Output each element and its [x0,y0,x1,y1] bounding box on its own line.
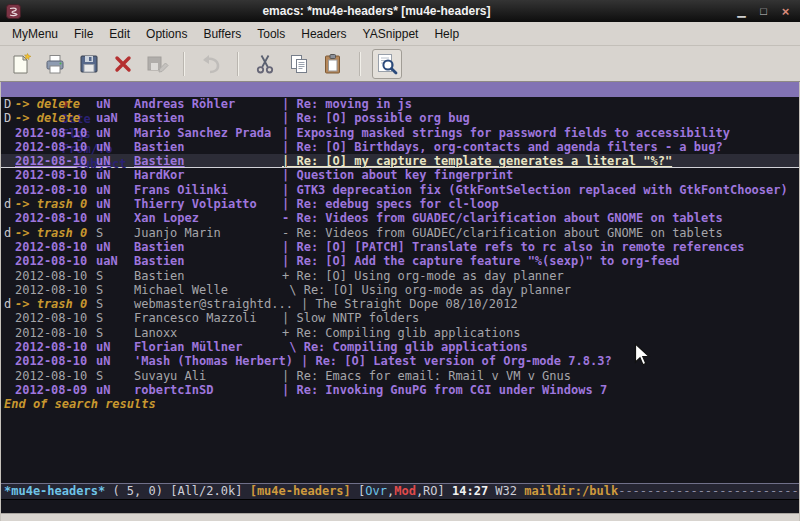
paste-icon [321,52,345,76]
message-subject: + Re: [O] Using org-mode as day planner [282,269,564,283]
message-flags: S [96,297,134,311]
save-button[interactable] [74,49,104,79]
message-flags: S [96,269,134,283]
window-controls: ▁ □ × [732,3,795,19]
modeline-segment-mod: Mod [394,484,416,498]
message-row[interactable]: 2012-08-10uNBastien| Re: [O] my capture … [1,154,799,168]
message-date: 2012-08-10 [15,168,96,182]
message-row[interactable]: d-> trash 0uNThierry Volpiatto| Re: edeb… [1,197,799,211]
window-title: emacs: *mu4e-headers* [mu4e-headers] [21,4,732,18]
minibuffer[interactable] [1,500,799,513]
undo-button [196,49,226,79]
title-bar: emacs: *mu4e-headers* [mu4e-headers] ▁ □… [0,0,800,22]
message-row[interactable]: 2012-08-10SFrancesco Mazzoli| Slow NNTP … [1,311,799,325]
message-mark: d [4,226,15,240]
message-flags: uN [96,354,134,368]
message-row[interactable]: d-> trash 0Swebmaster@straightd...| The … [1,297,799,311]
new-file-button[interactable] [6,49,36,79]
message-row[interactable]: 2012-08-10uN'Mash (Thomas Herbert)| Re: … [1,354,799,368]
message-row[interactable]: 2012-08-10uNXan Lopez- Re: Videos from G… [1,211,799,225]
menu-yasnippet[interactable]: YASnippet [355,23,427,45]
menu-mymenu[interactable]: MyMenu [4,23,66,45]
message-row[interactable]: 2012-08-10SBastien+ Re: [O] Using org-mo… [1,269,799,283]
message-from: webmaster@straightd... [134,297,301,311]
message-from: Bastien [134,140,282,154]
message-row[interactable]: 2012-08-10SMichael Welle \ Re: [O] Using… [1,283,799,297]
save-as-button [142,49,172,79]
maximize-button[interactable]: □ [754,3,773,19]
message-date: -> delete [15,97,96,111]
message-from: Suvayu Ali [134,369,282,383]
message-row[interactable]: 2012-08-10SLanoxx+ Re: Compiling glib ap… [1,326,799,340]
copy-button[interactable] [284,49,314,79]
message-subject: | Question about key fingerprint [282,168,513,182]
emacs-icon [6,4,21,19]
menu-tools[interactable]: Tools [249,23,293,45]
menu-headers[interactable]: Headers [293,23,354,45]
message-date: -> trash 0 [15,297,96,311]
message-subject: | Re: [O] Latest version of Org-mode 7.8… [301,354,612,368]
message-row[interactable]: D-> deleteuaNBastien| Re: [O] possible o… [1,111,799,125]
message-subject: | Re: [O] my capture template generates … [282,154,672,168]
message-date: -> delete [15,111,96,125]
message-flags: S [96,369,134,383]
message-from: Frans Oilinki [134,183,282,197]
message-from: Francesco Mazzoli [134,311,282,325]
modeline-segment-plain: ( 5, 0) [All/2.0k] [105,484,250,498]
modeline-segment-time: 14:27 [452,484,488,498]
message-subject: \ Re: [O] Using org-mode as day planner [282,283,571,297]
search-button[interactable] [372,49,402,79]
message-row[interactable]: 2012-08-10uNFrans Oilinki| GTK3 deprecat… [1,183,799,197]
message-row[interactable]: d-> trash 0SJuanjo Marin- Re: Videos fro… [1,226,799,240]
close-button[interactable]: × [776,3,795,19]
cut-icon [253,52,277,76]
message-from: 'Mash (Thomas Herbert) [134,354,301,368]
message-subject: | Re: Emacs for email: Rmail v VM v Gnus [282,369,571,383]
message-subject: + Re: Compiling glib applications [282,326,520,340]
message-flags: uN [96,154,134,168]
message-row[interactable]: 2012-08-10uNFlorian Müllner \ Re: Compil… [1,340,799,354]
toolbar-separator [237,52,239,76]
toolbar-separator [183,52,185,76]
message-subject: | Re: Invoking GnuPG from CGI under Wind… [282,383,607,397]
message-row[interactable]: 2012-08-10uNMario Sanchez Prada| Exposin… [1,126,799,140]
message-row[interactable]: 2012-08-10uaNBastien| Re: [O] Add the ca… [1,254,799,268]
copy-icon [287,52,311,76]
mode-line[interactable]: *mu4e-headers* ( 5, 0) [All/2.0k] [mu4e-… [1,483,799,500]
message-subject: | Exposing masked strings for password f… [282,126,730,140]
save-icon [77,52,101,76]
message-mark: d [4,197,15,211]
menu-file[interactable]: File [66,23,101,45]
message-row[interactable]: D-> deleteuNAndreas Röhler| Re: moving i… [1,97,799,111]
cut-button[interactable] [250,49,280,79]
message-from: Andreas Röhler [134,97,282,111]
print-button[interactable] [40,49,70,79]
menu-options[interactable]: Options [138,23,195,45]
menu-help[interactable]: Help [426,23,467,45]
menu-buffers[interactable]: Buffers [195,23,249,45]
message-from: Thierry Volpiatto [134,197,282,211]
paste-button[interactable] [318,49,348,79]
message-date: 2012-08-10 [15,240,96,254]
message-row[interactable]: 2012-08-10SSuvayu Ali| Re: Emacs for ema… [1,369,799,383]
minimize-button[interactable]: ▁ [732,3,751,19]
message-row[interactable]: 2012-08-10uNHardKor| Question about key … [1,168,799,182]
message-flags: uN [96,126,134,140]
emacs-window: emacs: *mu4e-headers* [mu4e-headers] ▁ □… [0,0,800,521]
message-subject: | Re: [O] Birthdays, org-contacts and ag… [282,140,723,154]
message-subject: | Slow NNTP folders [282,311,419,325]
message-subject: | GTK3 deprecation fix (GtkFontSelection… [282,183,788,197]
message-row[interactable]: 2012-08-09uNrobertcInSD| Re: Invoking Gn… [1,383,799,397]
message-from: Bastien [134,240,282,254]
message-from: Juanjo Marin [134,226,282,240]
header-line: ▼ Date Flgs From/To Subject [1,82,799,97]
modeline-segment-buffer: *mu4e-headers* [4,484,105,498]
kill-buffer-button[interactable] [108,49,138,79]
message-flags: uN [96,383,134,397]
message-flags: uN [96,168,134,182]
message-row[interactable]: 2012-08-10uNBastien| Re: [O] Birthdays, … [1,140,799,154]
message-row[interactable]: 2012-08-10uNBastien| Re: [O] [PATCH] Tra… [1,240,799,254]
message-subject: | Re: [O] possible org bug [282,111,470,125]
message-flags: S [96,311,134,325]
menu-edit[interactable]: Edit [101,23,138,45]
